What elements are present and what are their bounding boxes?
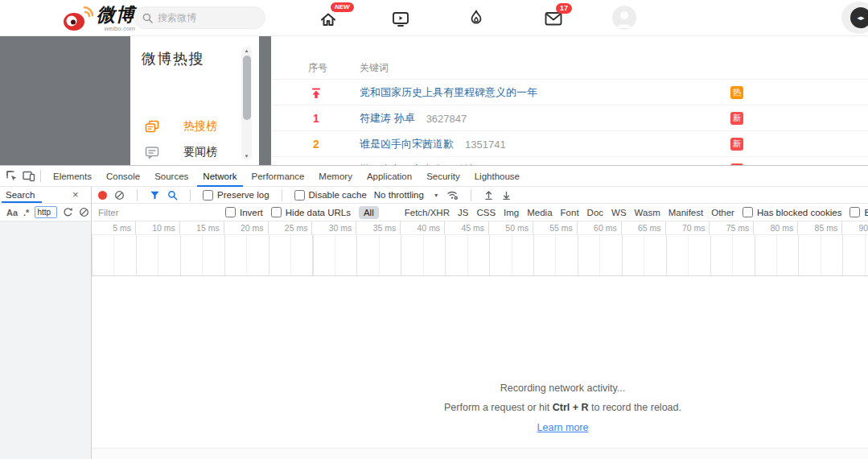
- throttling-value: No throttling: [374, 190, 424, 200]
- avatar[interactable]: [612, 6, 636, 30]
- tab-sources[interactable]: Sources: [147, 166, 195, 186]
- tab-network[interactable]: Network: [195, 166, 244, 186]
- tab-elements[interactable]: Elements: [46, 166, 99, 186]
- sidebar-item-news[interactable]: 要闻榜: [144, 143, 217, 161]
- export-har-icon[interactable]: [501, 190, 512, 201]
- filter-type-wasm[interactable]: Wasm: [635, 208, 660, 217]
- blocked-requests-checkbox[interactable]: Blocked Requests: [849, 207, 868, 217]
- refresh-icon[interactable]: [63, 207, 73, 217]
- ruler-tick: 20 ms: [224, 221, 269, 234]
- news-bubble-icon: [144, 144, 160, 160]
- tab-memory[interactable]: Memory: [311, 166, 360, 186]
- scroll-up-icon[interactable]: ▲: [241, 48, 252, 53]
- weibo-logo-domain: weibo.com: [97, 25, 135, 32]
- filter-type-all[interactable]: All: [359, 206, 379, 219]
- rank-number: 2: [303, 131, 329, 157]
- preserve-log-checkbox[interactable]: Preserve log: [203, 190, 269, 201]
- filter-type-media[interactable]: Media: [527, 208, 552, 217]
- throttling-dropdown[interactable]: No throttling▼: [374, 190, 439, 200]
- sidebar-item-hot-search[interactable]: 热搜榜: [144, 118, 217, 135]
- filter-type-manifest[interactable]: Manifest: [668, 208, 703, 217]
- clear-search-icon[interactable]: [79, 207, 89, 217]
- tab-search-pane[interactable]: Search: [0, 187, 43, 203]
- network-filter-row: Aa .* Invert Hide data URLs All Fetch/XH…: [0, 204, 868, 221]
- filter-type-css[interactable]: CSS: [476, 208, 496, 217]
- video-icon[interactable]: [391, 10, 410, 28]
- ruler-tick: 30 ms: [312, 221, 356, 234]
- invert-checkbox[interactable]: Invert: [225, 207, 263, 217]
- has-blocked-cookies-checkbox[interactable]: Has blocked cookies: [743, 207, 841, 217]
- close-icon[interactable]: ×: [72, 188, 79, 201]
- horizontal-scrollbar-track[interactable]: [92, 448, 868, 459]
- sidebar-item-label: 要闻榜: [183, 145, 217, 159]
- filter-type-other[interactable]: Other: [711, 208, 734, 217]
- record-button[interactable]: [98, 191, 107, 200]
- sidebar-title: 微博热搜: [142, 49, 204, 68]
- rank-number: 1: [303, 105, 329, 131]
- devtools-panel: Elements Console Sources Network Perform…: [0, 165, 868, 459]
- weibo-search-box: [134, 6, 265, 29]
- screen: 微博 weibo.com NEW: [0, 0, 868, 459]
- hide-data-urls-checkbox[interactable]: Hide data URLs: [271, 207, 351, 217]
- filter-type-fetch-xhr[interactable]: Fetch/XHR: [405, 208, 450, 217]
- hot-flame-icon[interactable]: [467, 8, 486, 29]
- scrollbar-thumb[interactable]: [243, 56, 251, 120]
- filter-funnel-icon[interactable]: [150, 190, 160, 201]
- ruler-tick: 60 ms: [578, 221, 622, 234]
- regex-toggle[interactable]: .*: [23, 208, 29, 217]
- disable-cache-checkbox[interactable]: Disable cache: [294, 190, 367, 201]
- match-case-toggle[interactable]: Aa: [6, 208, 18, 217]
- network-filter-input[interactable]: [98, 208, 200, 217]
- checkbox[interactable]: [294, 190, 305, 201]
- hot-keyword-link[interactable]: 符建涛 孙卓: [360, 111, 415, 126]
- badge-new: 新: [730, 138, 743, 151]
- tab-console[interactable]: Console: [99, 166, 147, 186]
- tab-application[interactable]: Application: [360, 166, 419, 186]
- tab-performance[interactable]: Performance: [245, 166, 312, 186]
- messages-icon[interactable]: [544, 11, 563, 27]
- sidebar-scrollbar[interactable]: ▲ ▼: [241, 47, 252, 160]
- checkbox[interactable]: [849, 207, 860, 217]
- search-network-icon[interactable]: [167, 190, 178, 201]
- clear-icon[interactable]: [114, 190, 125, 201]
- checkbox[interactable]: [225, 207, 236, 217]
- filter-type-ws[interactable]: WS: [611, 208, 627, 217]
- weibo-logo[interactable]: 微博 weibo.com: [61, 3, 135, 32]
- devtools-tabbar: Elements Console Sources Network Perform…: [0, 166, 868, 187]
- hot-row-2: 2 谁是凶手向宋茜道歉1351741 新: [271, 130, 868, 156]
- checkbox-label: Blocked Requests: [864, 208, 868, 217]
- checkbox[interactable]: [743, 207, 753, 217]
- divider: [40, 170, 41, 182]
- hot-search-sidebar: 微博热搜 热搜榜 要闻榜 文娱榜 ▲: [130, 36, 259, 165]
- hot-keyword-link[interactable]: 党和国家历史上具有里程碑意义的一年: [360, 85, 537, 100]
- hot-count: 3627847: [426, 113, 467, 125]
- tab-lighthouse[interactable]: Lighthouse: [467, 166, 527, 186]
- tab-security[interactable]: Security: [419, 166, 467, 186]
- weibo-search-input[interactable]: [158, 12, 246, 23]
- weibo-header: 微博 weibo.com NEW: [0, 0, 868, 36]
- network-conditions-icon[interactable]: [446, 190, 459, 201]
- checkbox-label: Hide data URLs: [286, 208, 351, 217]
- hot-list-card: 序号 关键词 党和国家历史上具有里程碑意义的一年 热 1 符建涛 孙卓36278…: [271, 36, 868, 165]
- device-toolbar-icon[interactable]: [23, 170, 35, 183]
- learn-more-link[interactable]: Learn more: [537, 418, 589, 437]
- filter-type-img[interactable]: Img: [504, 208, 519, 217]
- scroll-down-icon[interactable]: ▼: [241, 154, 252, 159]
- floating-widget[interactable]: ◂▸: [841, 2, 868, 34]
- weibo-page: 微博 weibo.com NEW: [0, 0, 868, 165]
- floating-widget-icon: ◂▸: [850, 7, 868, 28]
- checkbox[interactable]: [271, 207, 282, 217]
- filter-type-font[interactable]: Font: [561, 208, 579, 217]
- import-har-icon[interactable]: [483, 190, 494, 201]
- ruler-tick: 80 ms: [754, 221, 798, 234]
- checkbox[interactable]: [203, 190, 213, 201]
- home-icon[interactable]: [319, 10, 338, 29]
- ruler-tick: 15 ms: [180, 221, 224, 234]
- search-query-input[interactable]: [35, 206, 57, 218]
- filter-type-doc[interactable]: Doc: [587, 208, 603, 217]
- hot-keyword-link[interactable]: 谁是凶手向宋茜道歉: [360, 137, 454, 151]
- inspect-element-icon[interactable]: [5, 170, 18, 183]
- timeline-ruler: 5 ms 10 ms 15 ms 20 ms 25 ms 30 ms 35 ms…: [92, 221, 868, 235]
- hot-row-3: 3 学习十九届六中全会精神1234988 新: [271, 156, 868, 165]
- filter-type-js[interactable]: JS: [458, 208, 468, 217]
